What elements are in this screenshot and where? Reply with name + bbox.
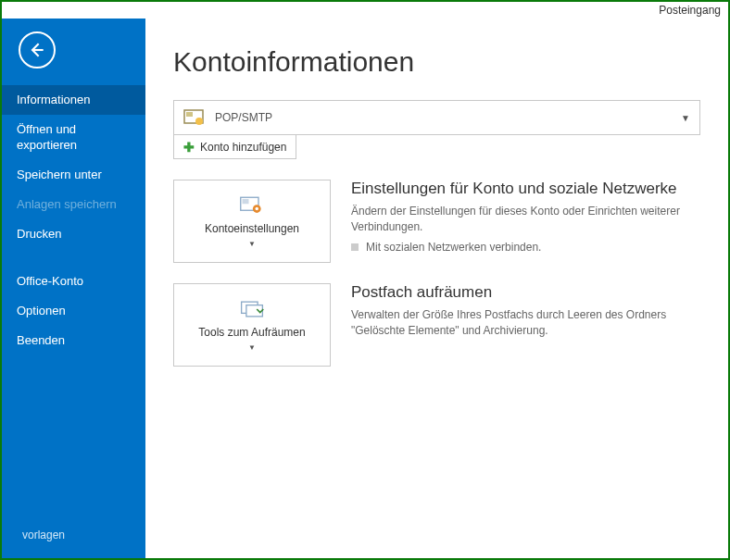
tile-label: Kontoeinstellungen [205, 222, 299, 235]
svg-rect-8 [246, 305, 263, 317]
svg-point-6 [256, 207, 259, 211]
nav-item-oeffnen-exportieren[interactable]: Öffnen und exportieren [2, 115, 145, 160]
nav-label: Optionen [17, 304, 66, 317]
social-networks-link[interactable]: Mit sozialen Netzwerken verbinden. [351, 241, 700, 254]
section-desc: Verwalten der Größe Ihres Postfachs durc… [351, 307, 700, 339]
chevron-down-icon: ▼ [248, 240, 256, 248]
nav-item-beenden[interactable]: Beenden [2, 326, 145, 355]
section-text: Einstellungen für Konto und soziale Netz… [351, 180, 700, 263]
cleanup-tools-icon [239, 298, 265, 320]
nav-item-informationen[interactable]: Informationen [2, 85, 145, 115]
nav-label: Office-Konto [17, 274, 83, 288]
account-selector[interactable]: POP/SMTP ▼ [173, 100, 700, 135]
titlebar-label: Posteingang [659, 4, 721, 17]
nav-label: Anlagen speichern [17, 197, 117, 211]
arrow-left-icon [28, 41, 46, 59]
section-desc: Ändern der Einstellungen für dieses Kont… [351, 204, 700, 235]
nav-divider [2, 250, 145, 267]
svg-rect-4 [243, 199, 249, 204]
nav: Informationen Öffnen und exportieren Spe… [2, 85, 145, 355]
svg-rect-1 [186, 112, 193, 117]
nav-item-anlagen-speichern: Anlagen speichern [2, 190, 145, 219]
window: Posteingang Informationen Öffnen und exp… [0, 0, 730, 560]
nav-label: Speichern unter [17, 168, 102, 181]
section-text: Postfach aufräumen Verwalten der Größe I… [351, 283, 700, 367]
add-account-button[interactable]: ✚ Konto hinzufügen [173, 135, 296, 159]
svg-point-2 [195, 118, 203, 125]
bullet-icon [351, 243, 359, 251]
page-title: Kontoinformationen [173, 46, 700, 78]
account-settings-icon [239, 194, 265, 217]
section-cleanup: Tools zum Aufräumen ▼ Postfach aufräumen… [173, 283, 700, 367]
tile-label: Tools zum Aufräumen [198, 326, 305, 339]
tile-kontoeinstellungen[interactable]: Kontoeinstellungen ▼ [173, 180, 331, 263]
section-account-settings: Kontoeinstellungen ▼ Einstellungen für K… [173, 180, 700, 263]
section-heading: Postfach aufräumen [351, 283, 700, 302]
nav-item-drucken[interactable]: Drucken [2, 219, 145, 249]
main: Kontoinformationen POP/SMTP ▼ ✚ Konto hi… [145, 19, 728, 558]
add-account-label: Konto hinzufügen [200, 141, 286, 154]
body: Informationen Öffnen und exportieren Spe… [2, 19, 728, 558]
account-icon [182, 106, 206, 130]
section-heading: Einstellungen für Konto und soziale Netz… [351, 180, 700, 198]
nav-label: Öffnen und exportieren [17, 122, 77, 151]
nav-label: Drucken [17, 227, 61, 241]
chevron-down-icon: ▼ [681, 113, 690, 123]
nav-label: Beenden [17, 333, 65, 347]
plus-icon: ✚ [183, 140, 195, 155]
chevron-down-icon: ▼ [248, 343, 256, 352]
titlebar: Posteingang [2, 2, 728, 19]
nav-item-office-konto[interactable]: Office-Konto [2, 267, 145, 296]
link-label: Mit sozialen Netzwerken verbinden. [366, 241, 541, 254]
account-selector-value: POP/SMTP [215, 111, 272, 124]
nav-label: Informationen [17, 93, 91, 106]
back-button[interactable] [19, 31, 56, 68]
tile-tools-aufraeumen[interactable]: Tools zum Aufräumen ▼ [173, 283, 331, 367]
sidebar-footer-label: vorlagen [22, 529, 65, 541]
sidebar: Informationen Öffnen und exportieren Spe… [2, 19, 145, 558]
nav-item-optionen[interactable]: Optionen [2, 296, 145, 326]
nav-item-speichern-unter[interactable]: Speichern unter [2, 160, 145, 190]
sidebar-footer: vorlagen [2, 519, 145, 558]
